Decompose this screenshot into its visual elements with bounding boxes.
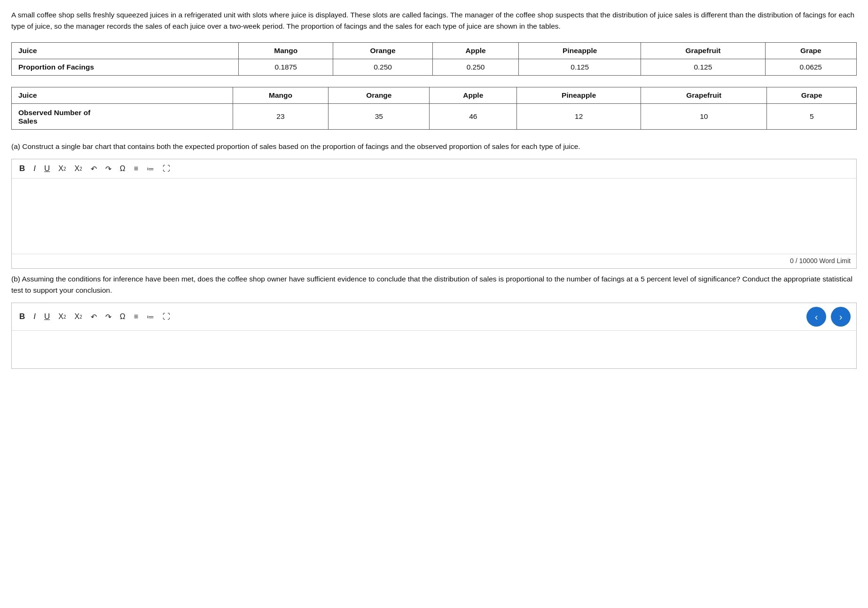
table2-grapefruit-val: 10: [641, 104, 767, 130]
sales-table: Juice Mango Orange Apple Pineapple Grape…: [11, 87, 857, 130]
table2-header-juice: Juice: [12, 87, 233, 104]
editor-b-content[interactable]: [12, 331, 856, 368]
table-row: Proportion of Facings 0.1875 0.250 0.250…: [12, 59, 857, 76]
editor-b: B I U X2 X2 ↶ ↷ Ω ≡ ≔ ⛶ ‹ ›: [11, 303, 857, 369]
table2-pineapple-val: 12: [517, 104, 641, 130]
editor-a: B I U X2 X2 ↶ ↷ Ω ≡ ≔ ⛶ 0 / 10000 Word L…: [11, 159, 857, 269]
table1-header-apple: Apple: [432, 43, 518, 59]
table2-header-grapefruit: Grapefruit: [641, 87, 767, 104]
unordered-list-button-b[interactable]: ≡: [132, 312, 140, 322]
omega-button-a[interactable]: Ω: [118, 164, 127, 174]
subscript-button-a[interactable]: X2: [73, 164, 84, 174]
underline-button-a[interactable]: U: [42, 163, 52, 174]
italic-button-a[interactable]: I: [31, 163, 38, 174]
table1-header-pineapple: Pineapple: [519, 43, 641, 59]
table1-header-juice: Juice: [12, 43, 239, 59]
bold-button-b[interactable]: B: [17, 311, 27, 322]
redo-button-b[interactable]: ↷: [103, 312, 113, 322]
omega-button-b[interactable]: Ω: [118, 312, 127, 322]
table1-header-grapefruit: Grapefruit: [641, 43, 765, 59]
table2-container: Juice Mango Orange Apple Pineapple Grape…: [11, 87, 857, 130]
table-row: Observed Number ofSales 23 35 46 12 10 5: [12, 104, 857, 130]
editor-b-toolbar: B I U X2 X2 ↶ ↷ Ω ≡ ≔ ⛶ ‹ ›: [12, 303, 856, 331]
question-b-text: (b) Assuming the conditions for inferenc…: [11, 273, 857, 296]
table2-apple-val: 46: [430, 104, 517, 130]
underline-button-b[interactable]: U: [42, 311, 52, 322]
table1-mango-val: 0.1875: [239, 59, 333, 76]
bold-button-a[interactable]: B: [17, 163, 27, 174]
table1-grape-val: 0.0625: [765, 59, 856, 76]
subscript-button-b[interactable]: X2: [73, 312, 84, 322]
image-button-a[interactable]: ⛶: [161, 164, 172, 174]
table2-grape-val: 5: [767, 104, 857, 130]
question-a-text: (a) Construct a single bar chart that co…: [11, 141, 857, 152]
table2-orange-val: 35: [328, 104, 430, 130]
superscript-button-b[interactable]: X2: [56, 312, 68, 322]
table2-header-mango: Mango: [233, 87, 328, 104]
prev-button[interactable]: ‹: [806, 307, 826, 327]
ordered-list-button-b[interactable]: ≔: [145, 312, 156, 322]
table1-header-grape: Grape: [765, 43, 856, 59]
ordered-list-button-a[interactable]: ≔: [145, 164, 156, 174]
table1-orange-val: 0.250: [333, 59, 433, 76]
table1-header-mango: Mango: [239, 43, 333, 59]
superscript-button-a[interactable]: X2: [56, 164, 68, 174]
table1-apple-val: 0.250: [432, 59, 518, 76]
image-button-b[interactable]: ⛶: [161, 312, 172, 322]
table2-row-label: Observed Number ofSales: [12, 104, 233, 130]
undo-button-b[interactable]: ↶: [89, 312, 99, 322]
word-count-a: 0 / 10000 Word Limit: [12, 254, 856, 268]
table1-pineapple-val: 0.125: [519, 59, 641, 76]
table2-header-orange: Orange: [328, 87, 430, 104]
facings-table: Juice Mango Orange Apple Pineapple Grape…: [11, 42, 857, 76]
editor-a-toolbar: B I U X2 X2 ↶ ↷ Ω ≡ ≔ ⛶: [12, 159, 856, 179]
table2-header-pineapple: Pineapple: [517, 87, 641, 104]
table1-header-orange: Orange: [333, 43, 433, 59]
editor-a-content[interactable]: [12, 179, 856, 254]
unordered-list-button-a[interactable]: ≡: [132, 164, 140, 174]
intro-text: A small coffee shop sells freshly squeez…: [11, 9, 857, 32]
table2-header-apple: Apple: [430, 87, 517, 104]
italic-button-b[interactable]: I: [31, 311, 38, 322]
table1-grapefruit-val: 0.125: [641, 59, 765, 76]
table2-header-grape: Grape: [767, 87, 857, 104]
table1-row-label: Proportion of Facings: [12, 59, 239, 76]
table2-mango-val: 23: [233, 104, 328, 130]
table1-container: Juice Mango Orange Apple Pineapple Grape…: [11, 42, 857, 76]
redo-button-a[interactable]: ↷: [103, 164, 113, 174]
undo-button-a[interactable]: ↶: [89, 164, 99, 174]
next-button[interactable]: ›: [831, 307, 851, 327]
